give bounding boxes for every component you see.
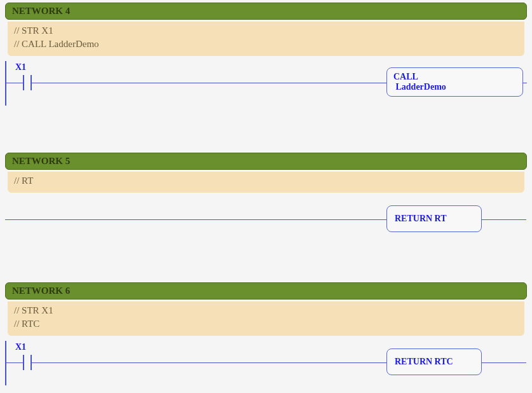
left-rail [5,61,6,106]
network-comment: // RT [8,172,524,193]
call-box[interactable]: CALL LadderDemo [386,67,523,97]
network-header: NETWORK 6 [5,282,527,300]
ladder-rung: RETURN RT [5,198,527,242]
comment-line: // CALL LadderDemo [14,38,518,51]
contact-label: X1 [15,62,26,72]
ladder-rung: X1 RETURN RTC [5,341,527,385]
call-box-line2: LadderDemo [393,82,516,92]
return-box[interactable]: RETURN RTC [386,348,482,375]
network-header: NETWORK 5 [5,153,527,170]
comment-line: // STR X1 [14,304,518,317]
network-comment: // STR X1 // RTC [8,301,524,336]
network-header: NETWORK 4 [5,3,527,20]
left-rail [5,341,6,385]
return-box-label: RETURN RTC [395,357,474,367]
comment-line: // RT [14,174,518,188]
network-comment: // STR X1 // CALL LadderDemo [8,22,524,56]
comment-line: // RTC [14,317,518,331]
ladder-rung: X1 CALL LadderDemo [5,61,527,106]
contact-label: X1 [15,342,26,352]
return-box[interactable]: RETURN RT [386,205,482,232]
comment-line: // STR X1 [14,24,518,38]
call-box-line1: CALL [393,72,516,82]
return-box-label: RETURN RT [395,214,474,224]
